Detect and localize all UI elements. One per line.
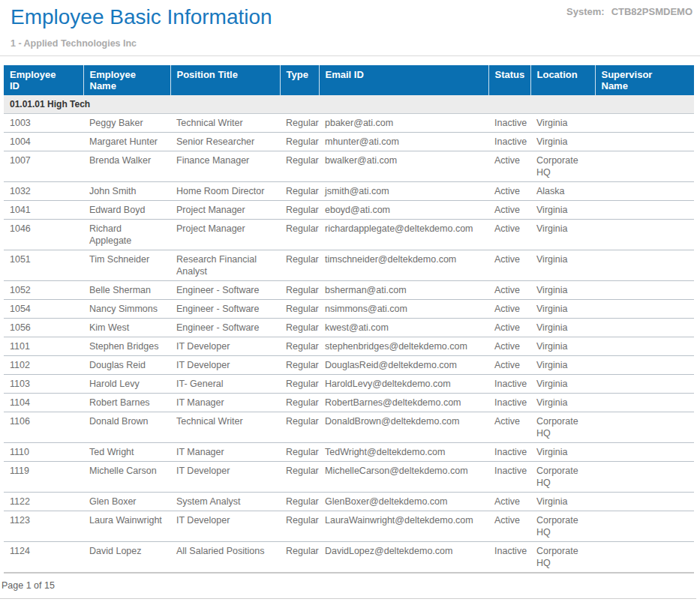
cell-supervisor-name bbox=[595, 542, 694, 574]
cell-employee-name: Nancy Simmons bbox=[83, 300, 170, 319]
cell-location: Virginia bbox=[530, 493, 595, 511]
table-row: 1032 John Smith Home Room Director Regul… bbox=[4, 182, 694, 201]
cell-position-title: Engineer - Software bbox=[170, 300, 280, 319]
cell-type: Regular bbox=[280, 511, 319, 542]
cell-employee-id: 1119 bbox=[4, 462, 83, 493]
cell-type: Regular bbox=[280, 182, 319, 201]
column-header-position-title[interactable]: Position Title bbox=[170, 65, 280, 95]
table-row: 1102 Douglas Reid IT Developer Regular D… bbox=[4, 356, 694, 375]
group-header-row: 01.01.01 High Tech bbox=[4, 95, 694, 114]
cell-employee-id: 1101 bbox=[4, 337, 83, 356]
cell-location: Virginia bbox=[530, 356, 595, 375]
cell-position-title: Project Manager bbox=[170, 201, 280, 220]
cell-location: Corporate HQ bbox=[530, 542, 595, 574]
cell-employee-id: 1004 bbox=[4, 133, 83, 151]
cell-position-title: IT Manager bbox=[170, 443, 280, 462]
table-body: 01.01.01 High Tech 1003 Peggy Baker Tech… bbox=[4, 95, 694, 573]
cell-type: Regular bbox=[280, 493, 319, 511]
column-header-status[interactable]: Status bbox=[488, 65, 530, 95]
cell-status: Inactive bbox=[488, 542, 530, 574]
cell-email-id: kwest@ati.com bbox=[319, 319, 488, 337]
cell-email-id: GlenBoxer@deltekdemo.com bbox=[319, 493, 488, 511]
table-row: 1103 Harold Levy IT- General Regular Har… bbox=[4, 375, 694, 394]
report-header: Employee Basic Information System:CTB82P… bbox=[0, 0, 700, 49]
column-header-employee-id[interactable]: Employee ID bbox=[4, 65, 83, 95]
cell-employee-id: 1032 bbox=[4, 182, 83, 201]
cell-email-id: TedWright@deltekdemo.com bbox=[319, 443, 488, 462]
table-row: 1041 Edward Boyd Project Manager Regular… bbox=[4, 201, 694, 220]
cell-position-title: System Analyst bbox=[170, 493, 280, 511]
cell-supervisor-name bbox=[595, 319, 694, 337]
cell-status: Inactive bbox=[488, 114, 530, 133]
column-header-type[interactable]: Type bbox=[280, 65, 319, 95]
cell-position-title: IT Developer bbox=[170, 511, 280, 542]
cell-position-title: Technical Writer bbox=[170, 412, 280, 443]
cell-location: Alaska bbox=[530, 182, 595, 201]
column-header-email-id[interactable]: Email ID bbox=[319, 65, 488, 95]
cell-status: Inactive bbox=[488, 375, 530, 394]
cell-status: Inactive bbox=[488, 394, 530, 412]
table-row: 1054 Nancy Simmons Engineer - Software R… bbox=[4, 300, 694, 319]
cell-supervisor-name bbox=[595, 412, 694, 443]
cell-position-title: All Salaried Positions bbox=[170, 542, 280, 574]
cell-employee-name: Laura Wainwright bbox=[83, 511, 170, 542]
cell-position-title: IT- General bbox=[170, 375, 280, 394]
cell-supervisor-name bbox=[595, 182, 694, 201]
cell-employee-name: Stephen Bridges bbox=[83, 337, 170, 356]
cell-employee-id: 1003 bbox=[4, 114, 83, 133]
cell-status: Active bbox=[488, 250, 530, 281]
table-row: 1046 Richard Applegate Project Manager R… bbox=[4, 220, 694, 250]
cell-position-title: Project Manager bbox=[170, 220, 280, 250]
cell-employee-name: Brenda Walker bbox=[83, 151, 170, 182]
cell-employee-name: Kim West bbox=[83, 319, 170, 337]
table-row: 1122 Glen Boxer System Analyst Regular G… bbox=[4, 493, 694, 511]
cell-type: Regular bbox=[280, 250, 319, 281]
cell-status: Active bbox=[488, 182, 530, 201]
cell-location: Corporate HQ bbox=[530, 511, 595, 542]
cell-employee-name: Douglas Reid bbox=[83, 356, 170, 375]
table-row: 1110 Ted Wright IT Manager Regular TedWr… bbox=[4, 443, 694, 462]
cell-employee-name: Harold Levy bbox=[83, 375, 170, 394]
cell-supervisor-name bbox=[595, 493, 694, 511]
cell-email-id: jsmith@ati.com bbox=[319, 182, 488, 201]
cell-status: Active bbox=[488, 356, 530, 375]
table-row: 1056 Kim West Engineer - Software Regula… bbox=[4, 319, 694, 337]
cell-employee-id: 1041 bbox=[4, 201, 83, 220]
cell-employee-id: 1046 bbox=[4, 220, 83, 250]
header-divider bbox=[0, 55, 700, 56]
cell-employee-name: David Lopez bbox=[83, 542, 170, 574]
cell-supervisor-name bbox=[595, 281, 694, 300]
cell-location: Virginia bbox=[530, 133, 595, 151]
system-info: System:CTB82PSMDEMO bbox=[566, 6, 692, 17]
column-header-location[interactable]: Location bbox=[530, 65, 595, 95]
column-header-employee-name[interactable]: Employee Name bbox=[83, 65, 170, 95]
cell-status: Active bbox=[488, 493, 530, 511]
cell-email-id: timschneider@deltekdemo.com bbox=[319, 250, 488, 281]
cell-position-title: IT Developer bbox=[170, 356, 280, 375]
cell-email-id: DavidLopez@deltekdemo.com bbox=[319, 542, 488, 574]
cell-status: Active bbox=[488, 300, 530, 319]
cell-position-title: Research Financial Analyst bbox=[170, 250, 280, 281]
cell-status: Inactive bbox=[488, 133, 530, 151]
cell-type: Regular bbox=[280, 394, 319, 412]
cell-employee-id: 1007 bbox=[4, 151, 83, 182]
cell-type: Regular bbox=[280, 337, 319, 356]
cell-employee-id: 1104 bbox=[4, 394, 83, 412]
system-label: System: bbox=[566, 6, 605, 17]
cell-type: Regular bbox=[280, 356, 319, 375]
cell-position-title: IT Manager bbox=[170, 394, 280, 412]
cell-employee-name: Donald Brown bbox=[83, 412, 170, 443]
cell-status: Active bbox=[488, 201, 530, 220]
column-header-supervisor-name[interactable]: Supervisor Name bbox=[595, 65, 694, 95]
cell-type: Regular bbox=[280, 542, 319, 574]
cell-position-title: Senior Researcher bbox=[170, 133, 280, 151]
table-row: 1101 Stephen Bridges IT Developer Regula… bbox=[4, 337, 694, 356]
cell-location: Virginia bbox=[530, 443, 595, 462]
cell-type: Regular bbox=[280, 375, 319, 394]
cell-employee-name: Ted Wright bbox=[83, 443, 170, 462]
cell-type: Regular bbox=[280, 114, 319, 133]
cell-position-title: Technical Writer bbox=[170, 114, 280, 133]
cell-employee-id: 1056 bbox=[4, 319, 83, 337]
cell-status: Active bbox=[488, 511, 530, 542]
table-row: 1051 Tim Schneider Research Financial An… bbox=[4, 250, 694, 281]
